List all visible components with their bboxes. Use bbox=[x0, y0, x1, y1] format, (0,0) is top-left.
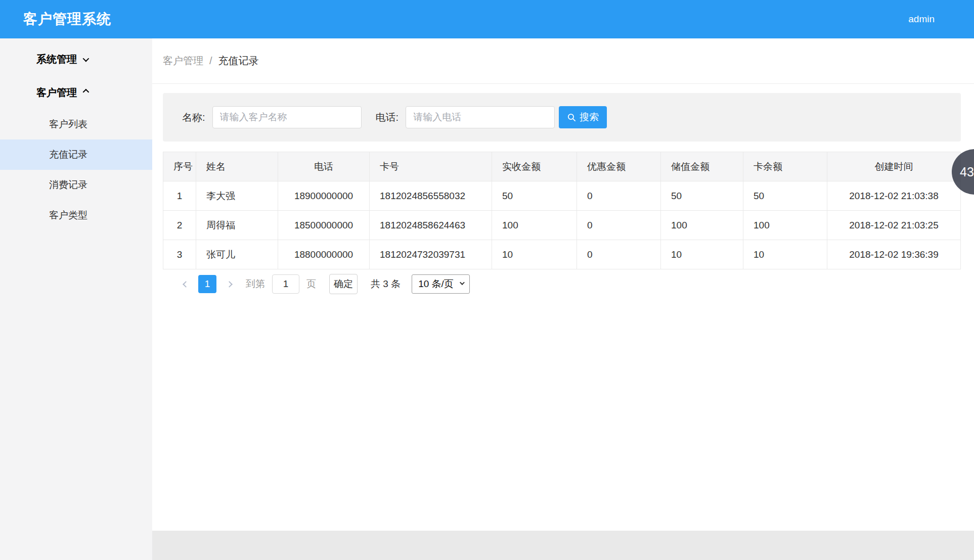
table-row: 1李大强189000000001812024856558032500505020… bbox=[163, 181, 961, 211]
sidebar-group-label: 系统管理 bbox=[36, 53, 77, 66]
breadcrumb: 客户管理 / 充值记录 bbox=[152, 38, 974, 84]
top-bar: 客户管理系统 admin bbox=[0, 0, 974, 38]
table-cell: 0 bbox=[577, 240, 661, 269]
goto-page-input[interactable] bbox=[272, 274, 299, 294]
sidebar-item-label: 消费记录 bbox=[49, 178, 87, 192]
column-header: 卡余额 bbox=[743, 152, 827, 181]
table-cell: 2018-12-02 21:03:25 bbox=[827, 211, 961, 240]
table-cell: 18800000000 bbox=[278, 240, 370, 269]
table-cell: 18900000000 bbox=[278, 181, 370, 211]
chevron-left-icon bbox=[183, 281, 189, 288]
phone-input[interactable] bbox=[406, 106, 555, 128]
chevron-right-icon bbox=[226, 281, 233, 288]
sidebar-group-label: 客户管理 bbox=[36, 86, 77, 100]
sidebar-item-customer-list[interactable]: 客户列表 bbox=[0, 109, 152, 139]
sidebar-group-system[interactable]: 系统管理 bbox=[0, 42, 152, 76]
table-cell: 50 bbox=[661, 181, 743, 211]
table-cell: 0 bbox=[577, 181, 661, 211]
table-cell: 3 bbox=[163, 240, 196, 269]
page-size-value: 10 条/页 bbox=[418, 277, 454, 291]
table-cell: 2 bbox=[163, 211, 196, 240]
column-header: 电话 bbox=[278, 152, 370, 181]
search-icon bbox=[567, 113, 577, 122]
sidebar-item-customer-types[interactable]: 客户类型 bbox=[0, 200, 152, 230]
sidebar-group-customer[interactable]: 客户管理 bbox=[0, 76, 152, 109]
sidebar-item-label: 客户列表 bbox=[49, 118, 87, 131]
sidebar-item-recharge-records[interactable]: 充值记录 bbox=[0, 139, 152, 170]
column-header: 卡号 bbox=[370, 152, 492, 181]
table-cell: 张可儿 bbox=[196, 240, 278, 269]
table-cell: 0 bbox=[577, 211, 661, 240]
table-row: 2周得福185000000001812024858624463100010010… bbox=[163, 211, 961, 240]
sidebar: 系统管理 客户管理 客户列表 充值记录 消费记录 客户类型 bbox=[0, 38, 152, 560]
search-button-label: 搜索 bbox=[580, 111, 599, 124]
main-content: 客户管理 / 充值记录 名称: 电话: 搜索 序号姓名电话卡号实收金额优惠金额储… bbox=[152, 38, 974, 560]
column-header: 优惠金额 bbox=[577, 152, 661, 181]
table-cell: 100 bbox=[661, 211, 743, 240]
page-size-select[interactable]: 10 条/页 bbox=[412, 274, 470, 294]
table-cell: 100 bbox=[743, 211, 827, 240]
table-cell: 1 bbox=[163, 181, 196, 211]
floating-badge-value: 43 bbox=[960, 165, 974, 179]
total-count-label: 共 3 条 bbox=[371, 277, 401, 291]
pagination: 1 到第 页 确定 共 3 条 10 条/页 bbox=[163, 269, 961, 299]
footer-strip bbox=[152, 531, 974, 560]
sidebar-item-consume-records[interactable]: 消费记录 bbox=[0, 170, 152, 200]
column-header: 实收金额 bbox=[492, 152, 577, 181]
next-page-button[interactable] bbox=[224, 275, 235, 293]
table-cell: 10 bbox=[492, 240, 577, 269]
goto-label: 到第 bbox=[246, 277, 265, 291]
column-header: 姓名 bbox=[196, 152, 278, 181]
user-menu[interactable]: admin bbox=[908, 14, 974, 25]
table-body: 1李大强189000000001812024856558032500505020… bbox=[163, 181, 961, 269]
table-cell: 50 bbox=[492, 181, 577, 211]
table-cell: 2018-12-02 21:03:38 bbox=[827, 181, 961, 211]
table-cell: 1812024858624463 bbox=[370, 211, 492, 240]
name-label: 名称: bbox=[182, 111, 205, 124]
sidebar-item-label: 充值记录 bbox=[49, 148, 87, 161]
prev-page-button[interactable] bbox=[180, 275, 191, 293]
breadcrumb-separator: / bbox=[209, 55, 212, 67]
search-button[interactable]: 搜索 bbox=[559, 106, 607, 128]
table-cell: 10 bbox=[661, 240, 743, 269]
chevron-down-icon bbox=[83, 55, 90, 62]
column-header: 序号 bbox=[163, 152, 196, 181]
customer-name-input[interactable] bbox=[212, 106, 362, 128]
table-cell: 李大强 bbox=[196, 181, 278, 211]
table-cell: 100 bbox=[492, 211, 577, 240]
table-cell: 周得福 bbox=[196, 211, 278, 240]
column-header: 储值金额 bbox=[661, 152, 743, 181]
app-title: 客户管理系统 bbox=[0, 10, 111, 29]
table-cell: 1812024732039731 bbox=[370, 240, 492, 269]
phone-label: 电话: bbox=[376, 111, 399, 124]
table-wrap: 序号姓名电话卡号实收金额优惠金额储值金额卡余额创建时间 1李大强18900000… bbox=[163, 152, 961, 299]
table-cell: 2018-12-02 19:36:39 bbox=[827, 240, 961, 269]
chevron-up-icon bbox=[83, 88, 90, 95]
search-panel: 名称: 电话: 搜索 bbox=[163, 93, 961, 142]
table-cell: 10 bbox=[743, 240, 827, 269]
table-header-row: 序号姓名电话卡号实收金额优惠金额储值金额卡余额创建时间 bbox=[163, 152, 961, 181]
column-header: 创建时间 bbox=[827, 152, 961, 181]
records-table: 序号姓名电话卡号实收金额优惠金额储值金额卡余额创建时间 1李大强18900000… bbox=[163, 152, 961, 269]
table-cell: 50 bbox=[743, 181, 827, 211]
page-number-current[interactable]: 1 bbox=[198, 275, 216, 293]
chevron-down-icon bbox=[460, 280, 465, 285]
table-cell: 18500000000 bbox=[278, 211, 370, 240]
confirm-button[interactable]: 确定 bbox=[329, 274, 358, 294]
page-unit-label: 页 bbox=[306, 277, 316, 291]
table-cell: 1812024856558032 bbox=[370, 181, 492, 211]
sidebar-item-label: 客户类型 bbox=[49, 209, 87, 222]
breadcrumb-current: 充值记录 bbox=[218, 54, 259, 68]
breadcrumb-parent[interactable]: 客户管理 bbox=[163, 54, 203, 68]
table-row: 3张可儿188000000001812024732039731100101020… bbox=[163, 240, 961, 269]
